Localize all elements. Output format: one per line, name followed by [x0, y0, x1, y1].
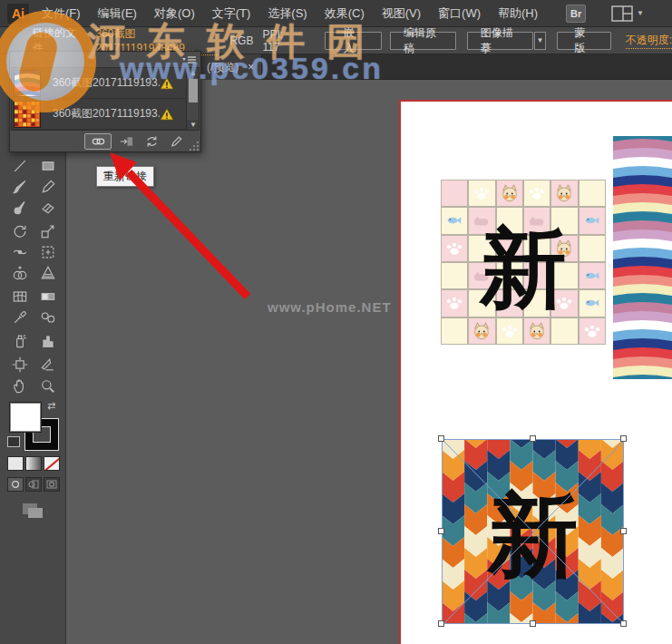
- tool-paintbrush[interactable]: [8, 177, 32, 197]
- draw-behind-button[interactable]: [25, 477, 42, 492]
- link-filename: 360截图20171119193...: [53, 106, 160, 122]
- menu-select[interactable]: 选择(S): [268, 5, 307, 22]
- tool-shape-builder[interactable]: [8, 263, 32, 283]
- cat-pattern-cell: [441, 289, 468, 317]
- image-trace-dropdown-arrow[interactable]: ▼: [534, 32, 547, 50]
- mask-button[interactable]: 蒙版: [557, 32, 610, 50]
- cat-pattern-grid: [441, 180, 606, 345]
- menu-type[interactable]: 文字(T): [212, 5, 251, 22]
- selection-handle[interactable]: [438, 435, 444, 442]
- illustrator-logo[interactable]: Ai: [7, 4, 29, 24]
- draw-normal-button[interactable]: [7, 477, 24, 492]
- opacity-link[interactable]: 不透明度:: [626, 33, 672, 49]
- selection-handle[interactable]: [438, 620, 444, 627]
- menu-edit[interactable]: 编辑(E): [98, 5, 137, 22]
- panel-menu-icon[interactable]: [180, 54, 197, 65]
- artboard-guide-vertical: [399, 100, 401, 644]
- tool-rectangle[interactable]: [36, 156, 60, 176]
- placed-image-stripe-pattern[interactable]: [613, 136, 672, 379]
- link-thumbnail-ornament: [14, 101, 41, 128]
- tool-perspective-grid[interactable]: [36, 263, 60, 283]
- cat-pattern-cell: [441, 317, 468, 345]
- link-item-row[interactable]: 360截图20171119193...: [12, 68, 199, 99]
- tool-line-segment[interactable]: [8, 156, 32, 176]
- links-panel-footer: [10, 131, 200, 151]
- draw-inside-button[interactable]: [44, 477, 60, 492]
- cat-pattern-cell: [468, 317, 495, 345]
- cat-pattern-cell: [579, 180, 606, 207]
- gradient-button[interactable]: [25, 456, 42, 471]
- tool-column-graph[interactable]: [36, 331, 60, 351]
- selection-handle[interactable]: [530, 435, 536, 442]
- embed-button[interactable]: 嵌入: [325, 32, 382, 50]
- canvas-area[interactable]: 新 新 Baidu 经验 jingy: [66, 80, 672, 644]
- menu-object[interactable]: 对象(O): [154, 5, 195, 22]
- color-button[interactable]: [7, 456, 24, 471]
- cat-pattern-cell: [550, 235, 578, 262]
- swap-fill-stroke-icon[interactable]: ⇄: [47, 400, 55, 412]
- link-filename: 360截图20171119193...: [53, 75, 160, 91]
- menu-window[interactable]: 窗口(W): [438, 5, 481, 22]
- tool-blob-brush[interactable]: [8, 198, 32, 218]
- menu-view[interactable]: 视图(V): [382, 5, 421, 22]
- placed-image-cat-pattern[interactable]: 新: [441, 180, 606, 345]
- menu-help[interactable]: 帮助(H): [498, 5, 538, 22]
- warning-icon[interactable]: [160, 108, 174, 121]
- cat-pattern-cell: [523, 317, 550, 345]
- tool-eyedropper[interactable]: [8, 307, 32, 327]
- cat-pattern-cell: [550, 289, 578, 317]
- scroll-up-icon[interactable]: ▲: [187, 68, 200, 78]
- update-link-button[interactable]: [141, 133, 162, 150]
- tool-mesh[interactable]: [8, 287, 32, 307]
- selection-handle[interactable]: [620, 435, 627, 442]
- menu-file[interactable]: 文件(F): [42, 5, 81, 22]
- tool-artboard[interactable]: [8, 355, 32, 375]
- go-to-link-button[interactable]: [115, 133, 137, 150]
- fill-color-swatch[interactable]: [9, 402, 42, 433]
- tool-slice[interactable]: [36, 355, 60, 375]
- ppi-value: PPI: 117: [262, 28, 298, 54]
- edit-original-button[interactable]: 编辑原稿: [390, 32, 456, 50]
- tool-eraser[interactable]: [36, 198, 60, 218]
- menu-effect[interactable]: 效果(C): [325, 5, 365, 22]
- cat-pattern-cell: [468, 180, 495, 207]
- cat-pattern-cell: [441, 262, 468, 289]
- link-item-row[interactable]: 360截图20171119193...: [12, 99, 199, 130]
- cat-pattern-cell: [441, 235, 468, 262]
- tool-symbol-sprayer[interactable]: [8, 331, 32, 351]
- image-trace-button[interactable]: 图像描摹: [467, 32, 533, 50]
- tool-hand[interactable]: [8, 376, 32, 396]
- tool-gradient[interactable]: [36, 287, 60, 307]
- cat-pattern-cell: [523, 235, 550, 262]
- cat-pattern-cell: [441, 180, 468, 207]
- scrollbar-thumb[interactable]: [189, 79, 198, 102]
- relink-button[interactable]: [84, 133, 112, 150]
- tool-blend[interactable]: [36, 307, 60, 327]
- scroll-down-icon[interactable]: ▼: [187, 120, 200, 130]
- bridge-button[interactable]: Br: [566, 5, 586, 23]
- selection-handle[interactable]: [530, 620, 536, 627]
- cat-pattern-cell: [441, 207, 468, 234]
- tab-close-icon[interactable]: ×: [248, 61, 254, 73]
- layout-icon: [611, 5, 633, 22]
- tool-scale[interactable]: [36, 221, 60, 241]
- tool-pencil[interactable]: [36, 177, 60, 197]
- tool-free-transform[interactable]: [36, 242, 60, 262]
- default-fill-stroke-icon[interactable]: [7, 436, 20, 447]
- warning-icon[interactable]: [160, 77, 174, 90]
- panel-resize-grip[interactable]: [190, 141, 200, 151]
- selection-handle[interactable]: [620, 528, 627, 534]
- selection-handle[interactable]: [620, 620, 627, 627]
- workspace-layout-button[interactable]: ▼: [611, 5, 644, 22]
- tool-rotate[interactable]: [8, 221, 32, 241]
- screen-mode-button[interactable]: [20, 501, 45, 521]
- document-tab[interactable]: (/预览) ×: [198, 54, 262, 80]
- edit-original-icon-button[interactable]: [166, 133, 188, 150]
- placed-image-zigzag-pattern[interactable]: 新 Baidu 经验 jingyan.baidu.co: [442, 439, 624, 624]
- tool-width[interactable]: [8, 242, 32, 262]
- tool-zoom[interactable]: [36, 376, 60, 396]
- cat-pattern-cell: [550, 180, 578, 207]
- links-scrollbar[interactable]: ▲ ▼: [186, 68, 199, 130]
- selection-handle[interactable]: [438, 528, 444, 534]
- none-button[interactable]: [44, 456, 60, 471]
